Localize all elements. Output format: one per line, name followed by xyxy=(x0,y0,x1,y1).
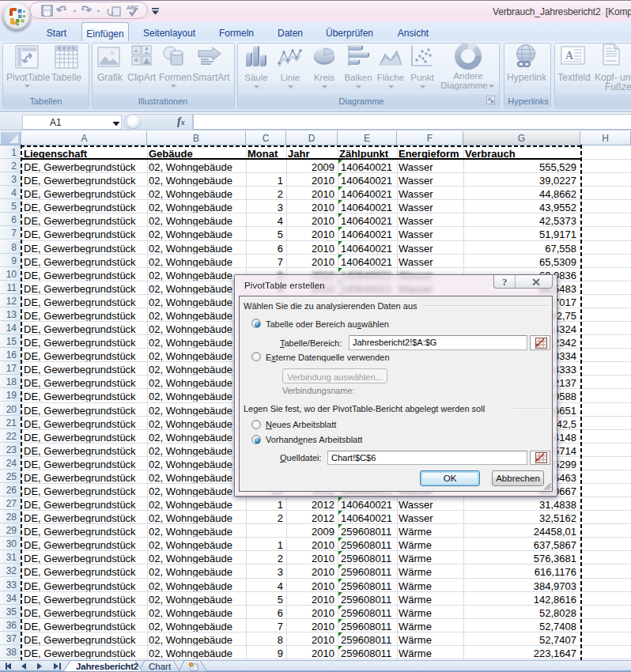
svg-text:A: A xyxy=(565,50,574,62)
svg-text:ABC: ABC xyxy=(127,5,138,10)
svg-text:?: ? xyxy=(502,276,508,288)
